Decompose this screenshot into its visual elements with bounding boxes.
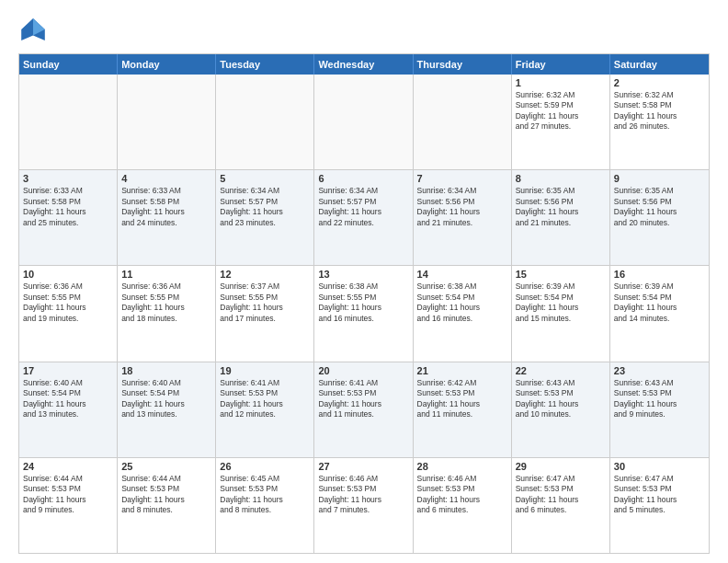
header-day-wednesday: Wednesday [314,54,413,75]
day-info: Sunrise: 6:41 AM Sunset: 5:53 PM Dayligh… [318,378,408,420]
day-number: 8 [516,173,606,184]
day-number: 4 [121,173,211,184]
header-day-tuesday: Tuesday [216,54,314,75]
header-day-friday: Friday [512,54,610,75]
cal-cell-1-1: 4Sunrise: 6:33 AM Sunset: 5:58 PM Daylig… [118,170,216,265]
cal-cell-2-2: 12Sunrise: 6:37 AM Sunset: 5:55 PM Dayli… [216,266,314,361]
day-info: Sunrise: 6:37 AM Sunset: 5:55 PM Dayligh… [220,282,310,324]
cal-cell-0-3 [314,75,413,169]
day-number: 15 [516,269,606,280]
cal-cell-4-2: 26Sunrise: 6:45 AM Sunset: 5:53 PM Dayli… [216,458,314,553]
header-day-sunday: Sunday [19,54,118,75]
day-info: Sunrise: 6:33 AM Sunset: 5:58 PM Dayligh… [121,186,211,228]
day-info: Sunrise: 6:34 AM Sunset: 5:57 PM Dayligh… [220,186,310,228]
day-info: Sunrise: 6:39 AM Sunset: 5:54 PM Dayligh… [516,282,606,324]
cal-cell-2-4: 14Sunrise: 6:38 AM Sunset: 5:54 PM Dayli… [414,266,512,361]
day-number: 28 [417,461,507,472]
day-number: 21 [417,365,507,376]
day-number: 17 [23,365,113,376]
day-number: 9 [614,173,705,184]
calendar-row-1: 3Sunrise: 6:33 AM Sunset: 5:58 PM Daylig… [19,169,709,265]
day-number: 5 [220,173,310,184]
day-info: Sunrise: 6:44 AM Sunset: 5:53 PM Dayligh… [121,474,211,516]
day-info: Sunrise: 6:44 AM Sunset: 5:53 PM Dayligh… [23,474,113,516]
day-number: 27 [318,461,408,472]
calendar-row-3: 17Sunrise: 6:40 AM Sunset: 5:54 PM Dayli… [19,362,709,457]
cal-cell-2-6: 16Sunrise: 6:39 AM Sunset: 5:54 PM Dayli… [610,266,709,361]
day-info: Sunrise: 6:43 AM Sunset: 5:53 PM Dayligh… [516,378,606,420]
cal-cell-1-5: 8Sunrise: 6:35 AM Sunset: 5:56 PM Daylig… [512,170,610,265]
day-number: 13 [318,269,408,280]
day-info: Sunrise: 6:32 AM Sunset: 5:59 PM Dayligh… [516,90,606,132]
page: SundayMondayTuesdayWednesdayThursdayFrid… [0,0,728,563]
header [18,15,710,44]
day-number: 22 [516,365,606,376]
day-number: 16 [614,269,705,280]
cal-cell-1-2: 5Sunrise: 6:34 AM Sunset: 5:57 PM Daylig… [216,170,314,265]
day-info: Sunrise: 6:36 AM Sunset: 5:55 PM Dayligh… [23,282,113,324]
calendar-row-0: 1Sunrise: 6:32 AM Sunset: 5:59 PM Daylig… [19,75,709,169]
cal-cell-1-0: 3Sunrise: 6:33 AM Sunset: 5:58 PM Daylig… [19,170,118,265]
calendar-row-4: 24Sunrise: 6:44 AM Sunset: 5:53 PM Dayli… [19,457,709,553]
cal-cell-1-3: 6Sunrise: 6:34 AM Sunset: 5:57 PM Daylig… [314,170,413,265]
cal-cell-1-6: 9Sunrise: 6:35 AM Sunset: 5:56 PM Daylig… [610,170,709,265]
calendar-body: 1Sunrise: 6:32 AM Sunset: 5:59 PM Daylig… [19,75,709,553]
cal-cell-3-5: 22Sunrise: 6:43 AM Sunset: 5:53 PM Dayli… [512,362,610,457]
cal-cell-4-6: 30Sunrise: 6:47 AM Sunset: 5:53 PM Dayli… [610,458,709,553]
header-day-monday: Monday [118,54,216,75]
cal-cell-0-1 [118,75,216,169]
day-number: 3 [23,173,113,184]
cal-cell-0-4 [414,75,512,169]
day-info: Sunrise: 6:41 AM Sunset: 5:53 PM Dayligh… [220,378,310,420]
cal-cell-3-4: 21Sunrise: 6:42 AM Sunset: 5:53 PM Dayli… [414,362,512,457]
day-number: 19 [220,365,310,376]
day-number: 2 [614,77,705,88]
cal-cell-3-6: 23Sunrise: 6:43 AM Sunset: 5:53 PM Dayli… [610,362,709,457]
day-info: Sunrise: 6:40 AM Sunset: 5:54 PM Dayligh… [121,378,211,420]
day-number: 6 [318,173,408,184]
day-number: 7 [417,173,507,184]
day-info: Sunrise: 6:38 AM Sunset: 5:54 PM Dayligh… [417,282,507,324]
logo-icon [18,15,48,44]
day-info: Sunrise: 6:38 AM Sunset: 5:55 PM Dayligh… [318,282,408,324]
calendar: SundayMondayTuesdayWednesdayThursdayFrid… [18,53,710,554]
day-info: Sunrise: 6:34 AM Sunset: 5:57 PM Dayligh… [318,186,408,228]
day-info: Sunrise: 6:42 AM Sunset: 5:53 PM Dayligh… [417,378,507,420]
day-number: 12 [220,269,310,280]
cal-cell-4-1: 25Sunrise: 6:44 AM Sunset: 5:53 PM Dayli… [118,458,216,553]
day-info: Sunrise: 6:46 AM Sunset: 5:53 PM Dayligh… [417,474,507,516]
day-number: 24 [23,461,113,472]
day-info: Sunrise: 6:45 AM Sunset: 5:53 PM Dayligh… [220,474,310,516]
day-number: 30 [614,461,705,472]
day-number: 25 [121,461,211,472]
day-info: Sunrise: 6:34 AM Sunset: 5:56 PM Dayligh… [417,186,507,228]
day-number: 29 [516,461,606,472]
day-number: 14 [417,269,507,280]
cal-cell-3-0: 17Sunrise: 6:40 AM Sunset: 5:54 PM Dayli… [19,362,118,457]
calendar-row-2: 10Sunrise: 6:36 AM Sunset: 5:55 PM Dayli… [19,265,709,361]
cal-cell-0-0 [19,75,118,169]
day-info: Sunrise: 6:35 AM Sunset: 5:56 PM Dayligh… [614,186,705,228]
cal-cell-4-4: 28Sunrise: 6:46 AM Sunset: 5:53 PM Dayli… [414,458,512,553]
day-info: Sunrise: 6:35 AM Sunset: 5:56 PM Dayligh… [516,186,606,228]
day-number: 10 [23,269,113,280]
cal-cell-2-0: 10Sunrise: 6:36 AM Sunset: 5:55 PM Dayli… [19,266,118,361]
cal-cell-4-5: 29Sunrise: 6:47 AM Sunset: 5:53 PM Dayli… [512,458,610,553]
header-day-thursday: Thursday [414,54,512,75]
cal-cell-3-1: 18Sunrise: 6:40 AM Sunset: 5:54 PM Dayli… [118,362,216,457]
cal-cell-2-5: 15Sunrise: 6:39 AM Sunset: 5:54 PM Dayli… [512,266,610,361]
day-number: 23 [614,365,705,376]
cal-cell-0-6: 2Sunrise: 6:32 AM Sunset: 5:58 PM Daylig… [610,75,709,169]
cal-cell-3-2: 19Sunrise: 6:41 AM Sunset: 5:53 PM Dayli… [216,362,314,457]
day-info: Sunrise: 6:40 AM Sunset: 5:54 PM Dayligh… [23,378,113,420]
day-number: 18 [121,365,211,376]
cal-cell-0-2 [216,75,314,169]
day-info: Sunrise: 6:36 AM Sunset: 5:55 PM Dayligh… [121,282,211,324]
day-number: 11 [121,269,211,280]
day-info: Sunrise: 6:43 AM Sunset: 5:53 PM Dayligh… [614,378,705,420]
calendar-header: SundayMondayTuesdayWednesdayThursdayFrid… [19,54,709,75]
cal-cell-2-1: 11Sunrise: 6:36 AM Sunset: 5:55 PM Dayli… [118,266,216,361]
day-number: 1 [516,77,606,88]
day-info: Sunrise: 6:33 AM Sunset: 5:58 PM Dayligh… [23,186,113,228]
day-info: Sunrise: 6:39 AM Sunset: 5:54 PM Dayligh… [614,282,705,324]
